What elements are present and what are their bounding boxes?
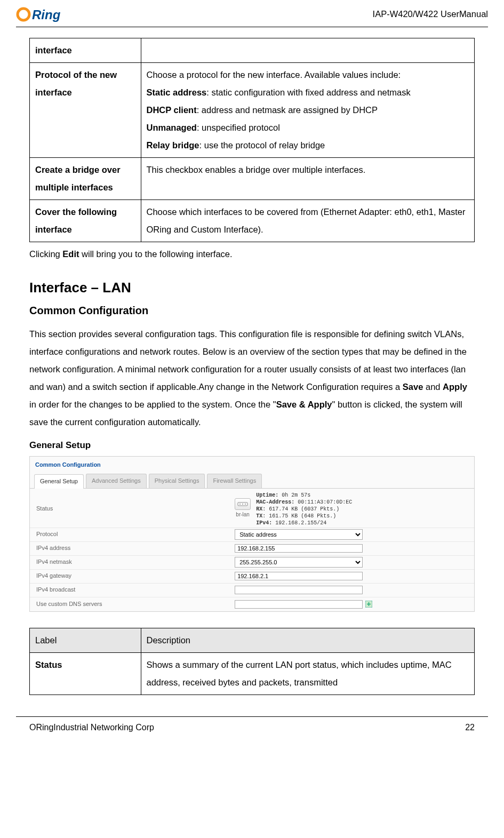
table-row-label: Status [30,652,141,695]
table-row-label: Create a bridge over multiple interfaces [30,158,141,200]
text-fragment: in order for the changes to be applied t… [29,400,276,409]
table-row-desc: Shows a summary of the current LAN port … [141,652,475,695]
tab-general-setup[interactable]: General Setup [34,474,84,489]
ipv4-value: 192.168.2.155/24 [275,520,326,526]
protocol-name: Relay bridge [147,140,199,150]
protocol-row: Protocol Static address [30,528,474,542]
save-keyword: Save [403,382,423,392]
edit-instruction: Clicking Edit will bring you to the foll… [29,246,475,262]
tx-key: TX [256,513,262,519]
apply-keyword: Apply [443,382,467,392]
page-header: Ring IAP-W420/W422 UserManual [0,0,504,23]
ipv4-address-row: IPv4 address [30,542,474,556]
logo: Ring [16,5,75,23]
field-label: Protocol [36,529,235,540]
label-description-table: Label Description Status Shows a summary… [29,628,475,695]
protocol-desc: : address and netmask are assigned by DH… [197,105,378,115]
svg-point-5 [245,504,246,505]
ipv4-address-input[interactable] [235,544,363,553]
table-row-desc: This checkbox enables a bridge over mult… [141,158,475,200]
section-title: Interface – LAN [29,275,475,300]
mac-value: 00:11:A3:07:0D:EC [298,499,352,505]
table-row-label: interface [30,38,141,63]
table-row-desc: Choose a protocol for the new interface.… [141,63,475,158]
dns-input[interactable] [235,600,363,609]
ipv4-broadcast-row: IPv4 broadcast [30,584,474,597]
device-name: br-lan [236,510,250,520]
page-footer: ORingIndustrial Networking Corp 22 [0,717,504,746]
device-badge: br-lan [235,498,251,520]
svg-point-3 [239,504,241,505]
ipv4-gateway-row: IPv4 gateway [30,570,474,584]
table-header-label: Label [30,628,141,652]
ipv4-broadcast-input[interactable] [235,586,363,594]
uptime-key: Uptime: [256,492,278,498]
oring-logo-icon: Ring [16,5,75,23]
rx-key: RX [256,506,262,512]
protocol-name: DHCP client [147,105,197,115]
add-icon[interactable] [365,601,372,608]
subsection-title: Common Configuration [29,301,475,320]
ipv4-netmask-row: IPv4 netmask 255.255.255.0 [30,556,474,570]
protocol-name: Static address [147,87,207,97]
footer-page-number: 22 [465,720,475,736]
status-details: Uptime: 0h 2m 57s MAC-Address: 00:11:A3:… [256,492,352,526]
tab-firewall-settings[interactable]: Firewall Settings [207,474,262,488]
text-fragment: Clicking [29,249,62,259]
mac-key: MAC-Address: [256,499,294,505]
ipv4-key: IPv4: [256,520,272,526]
svg-point-0 [18,9,29,20]
tx-value: : 161.75 KB (648 Pkts.) [262,513,336,519]
protocol-desc: : unspecified protocol [197,123,280,132]
status-label: Status [36,504,235,514]
protocol-desc: : use the protocol of relay bridge [199,140,325,150]
table-header-description: Description [141,628,475,652]
protocol-select[interactable]: Static address [235,529,363,540]
text-fragment: and [423,382,443,392]
config-panel: Common Configuration General Setup Advan… [29,456,475,612]
tab-physical-settings[interactable]: Physical Settings [149,474,205,488]
desc-intro: Choose a protocol for the new interface.… [147,70,401,79]
interface-options-table: interface Protocol of the new interface … [29,38,475,242]
bridge-icon [235,498,251,510]
status-row: Status br-lan Uptime: 0h 2m 57s MAC-Addr… [30,491,474,528]
edit-keyword: Edit [62,249,79,259]
dns-row: Use custom DNS servers [30,597,474,611]
footer-company: ORingIndustrial Networking Corp [29,720,154,736]
rx-value: : 617.74 KB (6037 Pkts.) [262,506,339,512]
tab-advanced-settings[interactable]: Advanced Settings [86,474,147,488]
svg-text:Ring: Ring [32,7,61,22]
text-fragment: This section provides several configurat… [29,329,467,392]
table-row-label: Protocol of the new interface [30,63,141,158]
table-row-desc: Choose which interfaces to be covered fr… [141,200,475,242]
protocol-desc: : static configuration with fixed addres… [206,87,410,97]
uptime-value: 0h 2m 57s [282,492,310,498]
field-label: Use custom DNS servers [36,599,235,610]
save-apply-keyword: Save & Apply [276,400,332,409]
ipv4-gateway-input[interactable] [235,572,363,580]
field-label: IPv4 broadcast [36,585,235,595]
config-body: Status br-lan Uptime: 0h 2m 57s MAC-Addr… [30,489,474,611]
field-label: IPv4 gateway [36,571,235,581]
protocol-name: Unmanaged [147,123,197,132]
ipv4-netmask-select[interactable]: 255.255.255.0 [235,557,363,568]
doc-title: IAP-W420/W422 UserManual [373,6,488,22]
text-fragment: will bring you to the following interfac… [79,249,233,259]
svg-point-4 [242,504,243,505]
general-setup-heading: General Setup [29,437,475,454]
table-row-label: Cover the following interface [30,200,141,242]
panel-title: Common Configuration [30,457,474,472]
field-label: IPv4 address [36,543,235,554]
tab-row: General Setup Advanced Settings Physical… [30,472,474,489]
field-label: IPv4 netmask [36,557,235,568]
section-description: This section provides several configurat… [29,325,475,431]
table-row-desc [141,38,475,63]
